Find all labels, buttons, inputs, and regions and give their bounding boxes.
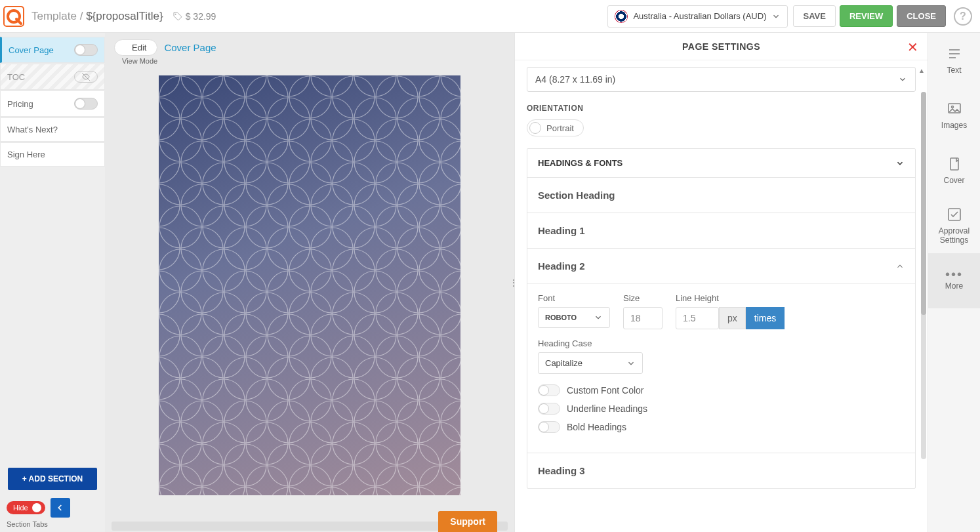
chevron-down-icon — [594, 313, 603, 322]
currency-picker[interactable]: Australia - Australian Dollars (AUD) — [607, 5, 788, 28]
text-icon — [947, 46, 962, 62]
underline-toggle[interactable] — [538, 403, 560, 415]
add-section-button[interactable]: + ADD SECTION — [8, 468, 97, 490]
chevron-down-icon — [626, 359, 636, 368]
breadcrumb-prefix: Template / — [31, 10, 86, 22]
chevron-up-icon — [895, 262, 905, 271]
breadcrumb: Template / ${proposalTitle} — [31, 10, 163, 23]
section-tabs-label: Section Tabs — [0, 519, 105, 532]
chevron-down-icon — [898, 75, 907, 84]
font-select[interactable]: ROBOTO — [538, 307, 610, 328]
sidebar-item-whats-next[interactable]: What's Next? — [0, 117, 105, 142]
page-breadcrumb-link[interactable]: Cover Page — [164, 42, 216, 53]
page-viewport[interactable] — [105, 69, 514, 522]
svg-rect-14 — [950, 158, 958, 170]
image-icon — [947, 101, 962, 117]
logo[interactable] — [3, 5, 25, 28]
heading-case-label: Heading Case — [538, 338, 643, 348]
sidebar-item-sign-here[interactable]: Sign Here — [0, 142, 105, 167]
paper-size-value: A4 (8.27 x 11.69 in) — [535, 74, 615, 85]
section-heading-row[interactable]: Section Heading — [527, 177, 915, 213]
top-bar: Template / ${proposalTitle} $ 32.99 Aust… — [0, 0, 980, 33]
collapse-button[interactable] — [51, 498, 70, 518]
review-button[interactable]: REVIEW — [840, 5, 893, 27]
tag-icon — [173, 11, 183, 22]
custom-color-toggle[interactable] — [538, 384, 560, 396]
bold-toggle[interactable] — [538, 421, 560, 433]
hide-tabs-toggle[interactable]: Hide — [7, 501, 45, 514]
sidebar-item-label: TOC — [7, 72, 25, 82]
price-tag[interactable]: $ 32.99 — [173, 11, 216, 22]
headings-fonts-toggle[interactable]: HEADINGS & FONTS — [527, 149, 915, 177]
sidebar-item-pricing[interactable]: Pricing — [0, 91, 105, 117]
chevron-down-icon — [895, 159, 905, 168]
sidebar-item-label: Sign Here — [7, 150, 45, 159]
view-mode-label: View Mode — [105, 56, 514, 69]
edit-mode-toggle[interactable]: Edit — [114, 39, 157, 56]
currency-label: Australia - Australian Dollars (AUD) — [633, 11, 766, 21]
heading2-settings: Font ROBOTO Size Line Height — [527, 283, 915, 453]
headings-fonts-card: HEADINGS & FONTS Section Heading Heading… — [527, 148, 916, 489]
paper-size-select[interactable]: A4 (8.27 x 11.69 in) — [527, 67, 916, 92]
help-icon[interactable]: ? — [954, 7, 972, 26]
lineheight-label: Line Height — [676, 293, 785, 303]
page-title[interactable]: ${proposalTitle} — [86, 10, 163, 22]
rail-text[interactable]: Text — [928, 33, 980, 88]
cover-page-preview — [159, 75, 460, 495]
panel-title: PAGE SETTINGS — [515, 33, 928, 60]
sections-sidebar: Cover Page TOC Pricing What's Next? Sign… — [0, 33, 105, 532]
svg-rect-8 — [159, 75, 460, 495]
visibility-toggle[interactable] — [74, 98, 98, 110]
hidden-icon[interactable] — [74, 71, 98, 83]
rail-more[interactable]: ••• More — [928, 253, 980, 308]
right-rail: Text Images Cover Approval Settings ••• … — [928, 33, 980, 532]
sidebar-item-label: Cover Page — [9, 45, 54, 55]
rail-cover[interactable]: Cover — [928, 143, 980, 198]
visibility-toggle[interactable] — [74, 44, 98, 56]
heading3-row[interactable]: Heading 3 — [527, 453, 915, 488]
vertical-scrollbar[interactable] — [921, 92, 926, 459]
more-icon: ••• — [945, 271, 963, 277]
unit-times-button[interactable]: times — [746, 307, 785, 329]
size-input[interactable] — [623, 307, 663, 329]
rail-approval[interactable]: Approval Settings — [928, 198, 980, 253]
page-settings-panel: PAGE SETTINGS ✕ ▲ A4 (8.27 x 11.69 in) O… — [514, 33, 928, 532]
unit-px-button[interactable]: px — [719, 307, 746, 329]
font-label: Font — [538, 293, 610, 303]
cover-pattern — [159, 75, 460, 495]
save-button[interactable]: SAVE — [793, 5, 835, 27]
check-icon — [947, 207, 962, 222]
svg-point-2 — [174, 13, 176, 14]
canvas-area: Edit Cover Page View Mode Support ⋮ — [105, 33, 514, 532]
sidebar-item-cover-page[interactable]: Cover Page — [0, 37, 105, 63]
size-label: Size — [623, 293, 663, 303]
flag-icon — [615, 10, 628, 23]
cover-icon — [947, 156, 962, 172]
heading-case-select[interactable]: Capitalize — [538, 352, 643, 374]
price-value: $ 32.99 — [186, 11, 216, 22]
lineheight-input[interactable] — [676, 307, 719, 329]
rail-images[interactable]: Images — [928, 88, 980, 143]
support-button[interactable]: Support — [438, 511, 497, 532]
panel-close-button[interactable]: ✕ — [907, 39, 918, 55]
sidebar-item-label: What's Next? — [7, 125, 58, 134]
orientation-label: ORIENTATION — [527, 104, 916, 113]
orientation-toggle[interactable]: Portrait — [527, 119, 584, 136]
heading1-row[interactable]: Heading 1 — [527, 213, 915, 248]
chevron-down-icon — [771, 12, 781, 21]
sidebar-item-label: Pricing — [7, 99, 33, 109]
heading2-row[interactable]: Heading 2 — [527, 248, 915, 283]
sidebar-item-toc[interactable]: TOC — [0, 64, 105, 90]
close-button[interactable]: CLOSE — [897, 5, 946, 27]
svg-point-13 — [951, 106, 953, 108]
